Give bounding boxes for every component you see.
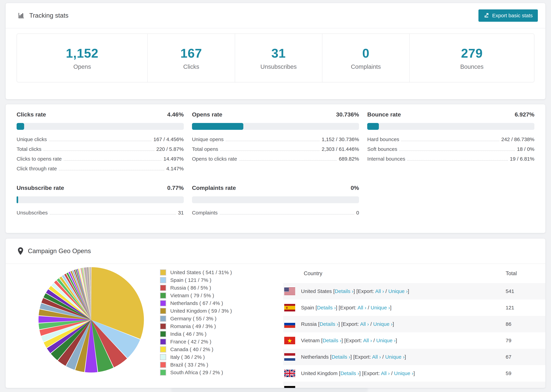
rate-section-unsubscribe-rate: Unsubscribe rate0.77%Unsubscribes31 — [17, 182, 184, 217]
rate-detail-row-unique-clicks: Unique clicks167 / 4.456% — [17, 133, 184, 143]
rate-progress-track — [192, 123, 359, 130]
link-separator: / — [381, 354, 385, 360]
rate-detail-list: Unsubscribes31 — [17, 207, 184, 217]
rate-value: 30.736% — [336, 111, 359, 118]
stat-value-opens: 1,152 — [66, 46, 99, 61]
rate-detail-label: Soft bounces — [367, 146, 397, 153]
legend-swatch-canada — [160, 346, 166, 352]
export-all-link[interactable]: All › — [381, 371, 390, 376]
rate-detail-label: Unique opens — [192, 136, 224, 143]
rate-detail-value: 1,152 / 30.736% — [322, 136, 359, 143]
legend-item-romania: Romania ( 49 / 3% ) — [160, 323, 232, 329]
column-header-country: Country — [283, 270, 506, 277]
geo-section-title: Campaign Geo Opens — [28, 247, 91, 255]
rate-progress-fill — [17, 196, 18, 203]
legend-swatch-germany — [160, 315, 166, 322]
rates-grid: Clicks rate4.46%Unique clicks167 / 4.456… — [13, 109, 538, 217]
rate-detail-value: 242 / 86.738% — [501, 136, 535, 143]
export-unique-link[interactable]: Unique › — [394, 371, 413, 376]
country-flag-us — [284, 287, 295, 295]
dotted-leader — [50, 214, 176, 215]
rate-detail-list: Complaints0 — [192, 207, 359, 217]
legend-item-italy: Italy ( 36 / 2% ) — [160, 354, 232, 360]
country-name: Netherlands [ — [301, 354, 332, 360]
tracking-stats-card: Tracking stats Export basic stats 1,152O… — [6, 3, 545, 99]
stat-label-complaints: Complaints — [351, 63, 381, 70]
dotted-leader — [43, 151, 154, 151]
link-separator: / — [390, 371, 394, 376]
details-link[interactable]: Details › — [323, 338, 341, 343]
legend-swatch-south-africa — [160, 369, 166, 376]
rate-detail-row-unsubscribes: Unsubscribes31 — [17, 207, 184, 217]
export-all-link[interactable]: All › — [357, 305, 366, 310]
pie-legend: United States ( 541 / 31% )Spain ( 121 /… — [160, 269, 232, 377]
geo-body: United States ( 541 / 31% )Spain ( 121 /… — [6, 264, 545, 388]
details-link[interactable]: Details › — [317, 305, 336, 310]
country-total: 79 — [506, 338, 545, 343]
rate-detail-value: 2,303 / 61.446% — [322, 146, 359, 153]
export-unique-link[interactable]: Unique › — [385, 354, 404, 360]
country-cell: Netherlands [Details ›] [Export: All › /… — [283, 353, 506, 361]
export-unique-link[interactable]: Unique › — [376, 338, 396, 343]
rates-card: Clicks rate4.46%Unique clicks167 / 4.456… — [6, 104, 545, 233]
rate-detail-row-total-clicks: Total clicks220 / 5.87% — [17, 143, 184, 153]
rate-detail-label: Total clicks — [17, 146, 42, 153]
export-unique-link[interactable]: Unique › — [388, 288, 408, 294]
rate-value: 0% — [351, 185, 359, 191]
country-flag-es — [284, 304, 295, 311]
export-basic-stats-button[interactable]: Export basic stats — [479, 9, 538, 22]
details-link[interactable]: Details › — [340, 371, 359, 376]
rate-progress-track — [17, 196, 184, 203]
legend-item-russia: Russia ( 86 / 5% ) — [160, 285, 232, 291]
details-link[interactable]: Details › — [335, 288, 353, 294]
export-prefix-text: ] [Export: — [350, 354, 372, 360]
rate-detail-value: 18 / 0% — [517, 146, 534, 153]
rate-detail-label: Opens to clicks rate — [192, 156, 237, 163]
legend-item-vietnam: Vietnam ( 79 / 5% ) — [160, 293, 232, 299]
country-links-text: United States [Details ›] [Export: All ›… — [301, 288, 409, 294]
rate-detail-value: 14.497% — [163, 156, 184, 163]
rate-header-bounce-rate: Bounce rate6.927% — [367, 109, 534, 123]
export-all-link[interactable]: All › — [375, 288, 384, 294]
bracket-close-text: ] — [413, 371, 415, 376]
rate-title: Opens rate — [192, 111, 222, 118]
legend-item-spain: Spain ( 121 / 7% ) — [160, 277, 232, 283]
legend-item-south-africa: South Africa ( 29 / 2% ) — [160, 369, 232, 376]
export-all-link[interactable]: All › — [372, 354, 381, 360]
stat-label-unsubscribes: Unsubscribes — [261, 63, 297, 70]
rate-detail-row-soft-bounces: Soft bounces18 / 0% — [367, 143, 534, 153]
dotted-leader — [59, 170, 164, 170]
country-name: United States [ — [301, 288, 335, 294]
rate-detail-list: Unique clicks167 / 4.456%Total clicks220… — [17, 133, 184, 173]
export-unique-link[interactable]: Unique › — [373, 321, 393, 327]
dotted-leader — [220, 214, 354, 215]
rate-title: Clicks rate — [17, 111, 46, 118]
bracket-close-text: ] — [393, 321, 394, 327]
bracket-close-text: ] — [404, 354, 406, 360]
export-unique-link[interactable]: Unique › — [371, 305, 390, 310]
legend-label-romania: Romania ( 49 / 3% ) — [170, 323, 216, 329]
dotted-leader — [220, 151, 320, 151]
tracking-stats-header: Tracking stats Export basic stats — [6, 3, 545, 28]
rate-header-unsubscribe-rate: Unsubscribe rate0.77% — [17, 182, 184, 196]
rate-progress-track — [192, 196, 359, 203]
legend-item-germany: Germany ( 55 / 3% ) — [160, 315, 232, 322]
legend-label-india: India ( 46 / 3% ) — [170, 331, 206, 337]
stat-cell-unsubscribes: 31Unsubscribes — [235, 34, 322, 82]
rate-detail-value: 4.147% — [166, 166, 184, 173]
country-total: 541 — [506, 288, 545, 294]
rate-header-complaints-rate: Complaints rate0% — [192, 182, 359, 196]
stat-cell-bounces: 279Bounces — [409, 34, 534, 82]
export-all-link[interactable]: All › — [360, 321, 369, 327]
table-row-vietnam: Vietnam [Details ›] [Export: All › / Uni… — [283, 332, 545, 349]
details-link[interactable]: Details › — [332, 354, 350, 360]
dotted-leader — [239, 160, 337, 161]
table-row-spain: Spain [Details ›] [Export: All › / Uniqu… — [283, 300, 545, 316]
rate-section-opens-rate: Opens rate30.736%Unique opens1,152 / 30.… — [192, 109, 359, 173]
export-prefix-text: ] [Export: — [338, 321, 360, 327]
details-link[interactable]: Details › — [319, 321, 338, 327]
export-icon — [484, 12, 489, 19]
table-row-item — [283, 382, 545, 388]
export-all-link[interactable]: All › — [363, 338, 372, 343]
geo-card-title: Campaign Geo Opens — [18, 247, 91, 255]
